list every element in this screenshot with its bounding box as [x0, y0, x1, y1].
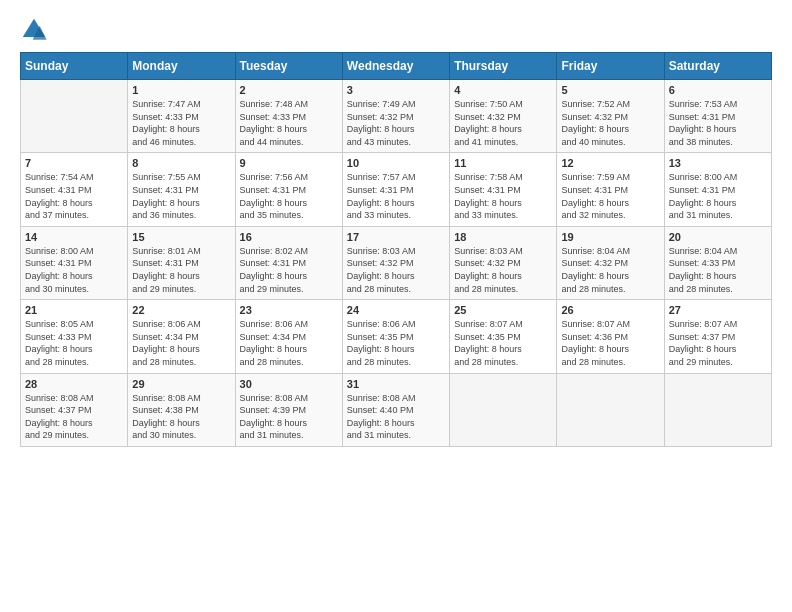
day-number: 17 [347, 231, 445, 243]
day-info: Sunrise: 8:03 AM Sunset: 4:32 PM Dayligh… [454, 245, 552, 295]
day-number: 28 [25, 378, 123, 390]
day-number: 9 [240, 157, 338, 169]
day-cell: 22Sunrise: 8:06 AM Sunset: 4:34 PM Dayli… [128, 300, 235, 373]
day-info: Sunrise: 8:07 AM Sunset: 4:36 PM Dayligh… [561, 318, 659, 368]
day-cell: 20Sunrise: 8:04 AM Sunset: 4:33 PM Dayli… [664, 226, 771, 299]
day-cell: 13Sunrise: 8:00 AM Sunset: 4:31 PM Dayli… [664, 153, 771, 226]
col-header-friday: Friday [557, 53, 664, 80]
day-info: Sunrise: 7:57 AM Sunset: 4:31 PM Dayligh… [347, 171, 445, 221]
day-number: 26 [561, 304, 659, 316]
day-number: 7 [25, 157, 123, 169]
day-info: Sunrise: 7:52 AM Sunset: 4:32 PM Dayligh… [561, 98, 659, 148]
day-number: 2 [240, 84, 338, 96]
day-info: Sunrise: 8:06 AM Sunset: 4:35 PM Dayligh… [347, 318, 445, 368]
day-info: Sunrise: 7:48 AM Sunset: 4:33 PM Dayligh… [240, 98, 338, 148]
day-cell: 6Sunrise: 7:53 AM Sunset: 4:31 PM Daylig… [664, 80, 771, 153]
logo [20, 16, 48, 44]
day-info: Sunrise: 7:59 AM Sunset: 4:31 PM Dayligh… [561, 171, 659, 221]
day-info: Sunrise: 8:02 AM Sunset: 4:31 PM Dayligh… [240, 245, 338, 295]
day-cell: 2Sunrise: 7:48 AM Sunset: 4:33 PM Daylig… [235, 80, 342, 153]
day-number: 22 [132, 304, 230, 316]
col-header-wednesday: Wednesday [342, 53, 449, 80]
day-cell: 18Sunrise: 8:03 AM Sunset: 4:32 PM Dayli… [450, 226, 557, 299]
day-cell: 17Sunrise: 8:03 AM Sunset: 4:32 PM Dayli… [342, 226, 449, 299]
day-cell [557, 373, 664, 446]
day-number: 12 [561, 157, 659, 169]
header [20, 16, 772, 44]
day-cell: 5Sunrise: 7:52 AM Sunset: 4:32 PM Daylig… [557, 80, 664, 153]
day-number: 30 [240, 378, 338, 390]
day-info: Sunrise: 7:50 AM Sunset: 4:32 PM Dayligh… [454, 98, 552, 148]
day-info: Sunrise: 7:56 AM Sunset: 4:31 PM Dayligh… [240, 171, 338, 221]
day-cell: 14Sunrise: 8:00 AM Sunset: 4:31 PM Dayli… [21, 226, 128, 299]
day-info: Sunrise: 7:49 AM Sunset: 4:32 PM Dayligh… [347, 98, 445, 148]
day-info: Sunrise: 8:05 AM Sunset: 4:33 PM Dayligh… [25, 318, 123, 368]
day-info: Sunrise: 7:54 AM Sunset: 4:31 PM Dayligh… [25, 171, 123, 221]
day-info: Sunrise: 7:55 AM Sunset: 4:31 PM Dayligh… [132, 171, 230, 221]
day-info: Sunrise: 8:08 AM Sunset: 4:39 PM Dayligh… [240, 392, 338, 442]
page: SundayMondayTuesdayWednesdayThursdayFrid… [0, 0, 792, 612]
day-cell [450, 373, 557, 446]
day-number: 16 [240, 231, 338, 243]
day-number: 14 [25, 231, 123, 243]
day-cell: 25Sunrise: 8:07 AM Sunset: 4:35 PM Dayli… [450, 300, 557, 373]
col-header-monday: Monday [128, 53, 235, 80]
day-info: Sunrise: 7:53 AM Sunset: 4:31 PM Dayligh… [669, 98, 767, 148]
day-cell: 21Sunrise: 8:05 AM Sunset: 4:33 PM Dayli… [21, 300, 128, 373]
day-number: 15 [132, 231, 230, 243]
day-number: 4 [454, 84, 552, 96]
week-row-2: 7Sunrise: 7:54 AM Sunset: 4:31 PM Daylig… [21, 153, 772, 226]
day-info: Sunrise: 8:04 AM Sunset: 4:32 PM Dayligh… [561, 245, 659, 295]
day-info: Sunrise: 7:58 AM Sunset: 4:31 PM Dayligh… [454, 171, 552, 221]
day-cell: 28Sunrise: 8:08 AM Sunset: 4:37 PM Dayli… [21, 373, 128, 446]
day-number: 6 [669, 84, 767, 96]
day-number: 29 [132, 378, 230, 390]
day-cell: 12Sunrise: 7:59 AM Sunset: 4:31 PM Dayli… [557, 153, 664, 226]
day-cell: 23Sunrise: 8:06 AM Sunset: 4:34 PM Dayli… [235, 300, 342, 373]
day-info: Sunrise: 8:06 AM Sunset: 4:34 PM Dayligh… [132, 318, 230, 368]
col-header-saturday: Saturday [664, 53, 771, 80]
day-cell: 1Sunrise: 7:47 AM Sunset: 4:33 PM Daylig… [128, 80, 235, 153]
day-cell: 29Sunrise: 8:08 AM Sunset: 4:38 PM Dayli… [128, 373, 235, 446]
day-number: 13 [669, 157, 767, 169]
day-number: 31 [347, 378, 445, 390]
day-info: Sunrise: 8:08 AM Sunset: 4:38 PM Dayligh… [132, 392, 230, 442]
day-cell [21, 80, 128, 153]
day-cell: 9Sunrise: 7:56 AM Sunset: 4:31 PM Daylig… [235, 153, 342, 226]
day-info: Sunrise: 8:08 AM Sunset: 4:37 PM Dayligh… [25, 392, 123, 442]
day-number: 11 [454, 157, 552, 169]
day-number: 8 [132, 157, 230, 169]
day-number: 25 [454, 304, 552, 316]
day-cell: 19Sunrise: 8:04 AM Sunset: 4:32 PM Dayli… [557, 226, 664, 299]
day-cell: 15Sunrise: 8:01 AM Sunset: 4:31 PM Dayli… [128, 226, 235, 299]
day-number: 24 [347, 304, 445, 316]
day-info: Sunrise: 8:06 AM Sunset: 4:34 PM Dayligh… [240, 318, 338, 368]
day-number: 21 [25, 304, 123, 316]
day-cell: 24Sunrise: 8:06 AM Sunset: 4:35 PM Dayli… [342, 300, 449, 373]
col-header-thursday: Thursday [450, 53, 557, 80]
week-row-1: 1Sunrise: 7:47 AM Sunset: 4:33 PM Daylig… [21, 80, 772, 153]
day-cell: 8Sunrise: 7:55 AM Sunset: 4:31 PM Daylig… [128, 153, 235, 226]
day-cell: 26Sunrise: 8:07 AM Sunset: 4:36 PM Dayli… [557, 300, 664, 373]
day-cell: 16Sunrise: 8:02 AM Sunset: 4:31 PM Dayli… [235, 226, 342, 299]
day-info: Sunrise: 8:00 AM Sunset: 4:31 PM Dayligh… [669, 171, 767, 221]
day-cell: 7Sunrise: 7:54 AM Sunset: 4:31 PM Daylig… [21, 153, 128, 226]
col-header-tuesday: Tuesday [235, 53, 342, 80]
day-number: 18 [454, 231, 552, 243]
day-cell: 31Sunrise: 8:08 AM Sunset: 4:40 PM Dayli… [342, 373, 449, 446]
day-cell: 27Sunrise: 8:07 AM Sunset: 4:37 PM Dayli… [664, 300, 771, 373]
day-info: Sunrise: 8:00 AM Sunset: 4:31 PM Dayligh… [25, 245, 123, 295]
col-header-sunday: Sunday [21, 53, 128, 80]
calendar-table: SundayMondayTuesdayWednesdayThursdayFrid… [20, 52, 772, 447]
day-number: 1 [132, 84, 230, 96]
week-row-5: 28Sunrise: 8:08 AM Sunset: 4:37 PM Dayli… [21, 373, 772, 446]
day-number: 10 [347, 157, 445, 169]
day-info: Sunrise: 8:01 AM Sunset: 4:31 PM Dayligh… [132, 245, 230, 295]
day-number: 19 [561, 231, 659, 243]
day-cell: 30Sunrise: 8:08 AM Sunset: 4:39 PM Dayli… [235, 373, 342, 446]
day-cell: 3Sunrise: 7:49 AM Sunset: 4:32 PM Daylig… [342, 80, 449, 153]
day-number: 20 [669, 231, 767, 243]
week-row-3: 14Sunrise: 8:00 AM Sunset: 4:31 PM Dayli… [21, 226, 772, 299]
day-cell: 11Sunrise: 7:58 AM Sunset: 4:31 PM Dayli… [450, 153, 557, 226]
day-info: Sunrise: 8:08 AM Sunset: 4:40 PM Dayligh… [347, 392, 445, 442]
